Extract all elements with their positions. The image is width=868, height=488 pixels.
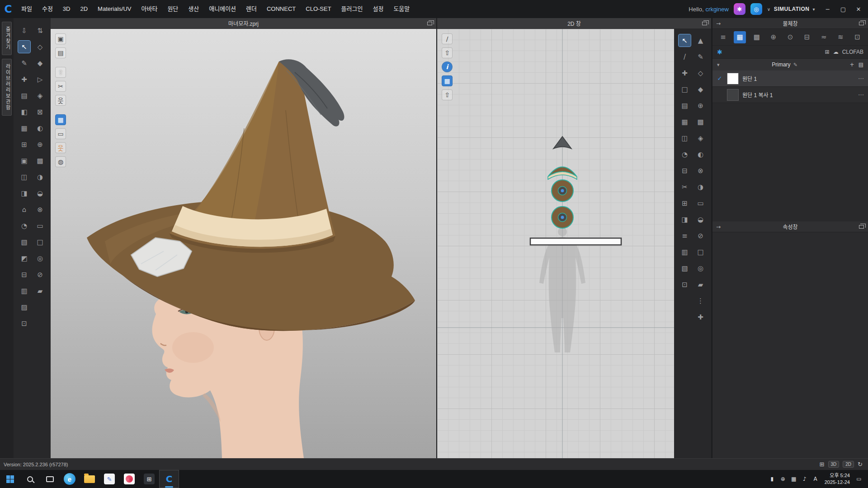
arrange-up-icon[interactable]: ⇧ xyxy=(55,67,66,78)
show-layers-icon[interactable]: ▤ xyxy=(55,47,66,58)
cut-tool-icon[interactable]: ✂ xyxy=(679,181,691,193)
calculator-button[interactable]: ⊞ xyxy=(139,470,159,488)
pattern-outline-tool-icon[interactable]: ▤ xyxy=(18,89,30,102)
menu-item[interactable]: 설정 xyxy=(368,0,388,18)
close-button[interactable]: ✕ xyxy=(851,0,866,18)
arrangement-points-icon[interactable]: 웃 xyxy=(55,142,66,153)
undock-icon[interactable] xyxy=(859,225,864,229)
folder-icon[interactable]: ▤ xyxy=(859,61,863,68)
uv-tool-icon[interactable]: ◫ xyxy=(18,171,30,183)
panel-expand-icon[interactable]: → xyxy=(716,20,721,27)
search-button[interactable] xyxy=(20,470,40,488)
band-2d-icon[interactable]: ▭ xyxy=(694,197,707,209)
menu-item[interactable]: Materials/UV xyxy=(93,0,136,18)
menu-item[interactable]: 생산 xyxy=(183,0,204,18)
mirror-tool-icon[interactable]: ◨ xyxy=(679,213,691,225)
file-explorer-button[interactable] xyxy=(80,470,99,488)
play-tool-icon[interactable]: ▷ xyxy=(34,73,46,85)
trim-tab-icon[interactable]: ⊡ xyxy=(851,31,863,43)
arrange-top-2d-icon[interactable]: ⇧ xyxy=(442,89,453,100)
notes-app-button[interactable]: ✎ xyxy=(99,470,119,488)
fabric-swatch[interactable] xyxy=(727,89,739,101)
gem-2d-icon[interactable]: ◈ xyxy=(694,132,707,144)
grade-2d-icon[interactable]: ▥ xyxy=(679,246,691,258)
undock-icon[interactable] xyxy=(702,22,707,25)
fabric-view-icon[interactable]: ▦ xyxy=(55,114,66,125)
layout-toggle-icon[interactable]: ⊞ xyxy=(820,461,825,468)
menu-item[interactable]: 플러그인 xyxy=(336,0,368,18)
expand-tool-icon[interactable]: ⊞ xyxy=(679,197,691,209)
menu-item[interactable]: CLO-SET xyxy=(301,0,336,18)
half-right-tool-icon[interactable]: ◑ xyxy=(34,171,46,183)
grid-tool-icon[interactable]: ⊞ xyxy=(18,138,30,150)
add-point-tool-icon[interactable]: ✚ xyxy=(18,73,30,85)
library-archive-tab[interactable]: 라이브러리보관함 xyxy=(2,59,12,116)
menu-item[interactable]: 원단 xyxy=(162,0,183,18)
username[interactable]: crkginew xyxy=(706,6,729,13)
slash-circle-tool-icon[interactable]: ⊘ xyxy=(34,268,46,281)
slash-tool-icon[interactable]: ⊘ xyxy=(694,230,707,242)
grade-tool-icon[interactable]: ▥ xyxy=(18,285,30,297)
sew-free-icon[interactable]: ✎ xyxy=(694,51,707,63)
home-tool-icon[interactable]: ⌂ xyxy=(18,203,30,216)
fabric-list-item[interactable]: ✓ 원단 1 복사 1 ⋯ xyxy=(712,87,868,103)
simulation-menu-icon[interactable]: ∨ xyxy=(767,7,771,12)
notification-center-icon[interactable]: ▭ xyxy=(854,470,864,488)
clofab-logo-icon[interactable]: ✱ xyxy=(717,48,722,56)
mesh-2d-icon[interactable]: ▩ xyxy=(694,116,707,128)
edit-pencil-icon[interactable]: ✎ xyxy=(793,62,797,68)
square-tool-icon[interactable]: □ xyxy=(34,236,46,248)
fabric-swatch[interactable] xyxy=(727,73,739,84)
show-avatar-icon[interactable]: 웃 xyxy=(55,95,66,106)
half-right-icon[interactable]: ◑ xyxy=(694,181,707,193)
task-view-button[interactable] xyxy=(40,470,60,488)
edit-line-icon[interactable]: / xyxy=(442,33,453,44)
box-select-tool-icon[interactable]: ⊠ xyxy=(34,106,46,118)
clo-app-button[interactable]: C xyxy=(159,470,179,488)
poly-pattern-icon[interactable]: ▤ xyxy=(679,99,691,112)
cloud-icon[interactable]: ☁ xyxy=(833,49,839,55)
half-left-icon[interactable]: ◐ xyxy=(694,148,707,160)
spec-tool-icon[interactable]: ⊡ xyxy=(18,317,30,329)
canvas-2d[interactable]: /⇧i▦⇧ xyxy=(437,29,674,458)
sew-segment-icon[interactable]: ▲ xyxy=(694,34,707,47)
minimize-button[interactable]: − xyxy=(820,0,835,18)
pin-icon[interactable]: ✂ xyxy=(55,81,66,92)
volume-icon[interactable]: ♪ xyxy=(799,470,810,488)
menu-item[interactable]: 파일 xyxy=(16,0,37,18)
fill-tool-icon[interactable]: ▰ xyxy=(694,278,707,291)
undock-icon[interactable] xyxy=(427,22,432,25)
fabric-tab-icon[interactable]: ▦ xyxy=(734,31,746,43)
menu-item[interactable]: 아바타 xyxy=(137,0,163,18)
fabric-tool-icon[interactable]: ▦ xyxy=(18,122,30,134)
add-point-2d-icon[interactable]: ✚ xyxy=(679,67,691,79)
edit-sew-icon[interactable]: ◇ xyxy=(694,67,707,79)
add-circle-tool-icon[interactable]: ⊕ xyxy=(34,138,46,150)
align-tool-icon[interactable]: ≡ xyxy=(679,230,691,242)
clofab-label[interactable]: CLOFAB xyxy=(842,49,863,55)
view-3d-button[interactable]: 3D xyxy=(828,461,840,468)
cross-circle-tool-icon[interactable]: ⊗ xyxy=(34,203,46,216)
puckering-tab-icon[interactable]: ≋ xyxy=(835,31,847,43)
pattern-info-icon[interactable]: i xyxy=(442,61,453,72)
tack-icon[interactable]: ◆ xyxy=(694,83,707,95)
fabric-view-2d-icon[interactable]: ▦ xyxy=(442,75,453,86)
menu-item[interactable]: 수정 xyxy=(37,0,58,18)
half-bottom-icon[interactable]: ◒ xyxy=(694,213,707,225)
half-tool-icon[interactable]: ◨ xyxy=(18,187,30,199)
graphic-tab-icon[interactable]: ⊕ xyxy=(767,31,779,43)
clo-logo-icon[interactable]: C xyxy=(0,3,16,15)
maximize-button[interactable]: ▢ xyxy=(835,0,851,18)
plus-2d-icon[interactable]: ✚ xyxy=(694,311,707,323)
target-tool-icon[interactable]: ◎ xyxy=(34,252,46,264)
menu-item[interactable]: 애니메이션 xyxy=(204,0,241,18)
show-grid-globe-icon[interactable]: ◍ xyxy=(55,156,66,167)
halfmoon-tool-icon[interactable]: ◐ xyxy=(34,122,46,134)
menu-item[interactable]: CONNECT xyxy=(262,0,301,18)
more-options-icon[interactable]: ⋯ xyxy=(858,75,864,82)
solid-pin-tool-icon[interactable]: ◆ xyxy=(34,57,46,69)
show-plane-icon[interactable]: ▭ xyxy=(55,128,66,139)
simulation-control[interactable]: ∨ SIMULATION ▾ xyxy=(767,6,815,12)
menu-item[interactable]: 2D xyxy=(75,0,93,18)
fabric-list-item[interactable]: ✓ 원단 1 ⋯ xyxy=(712,70,868,87)
